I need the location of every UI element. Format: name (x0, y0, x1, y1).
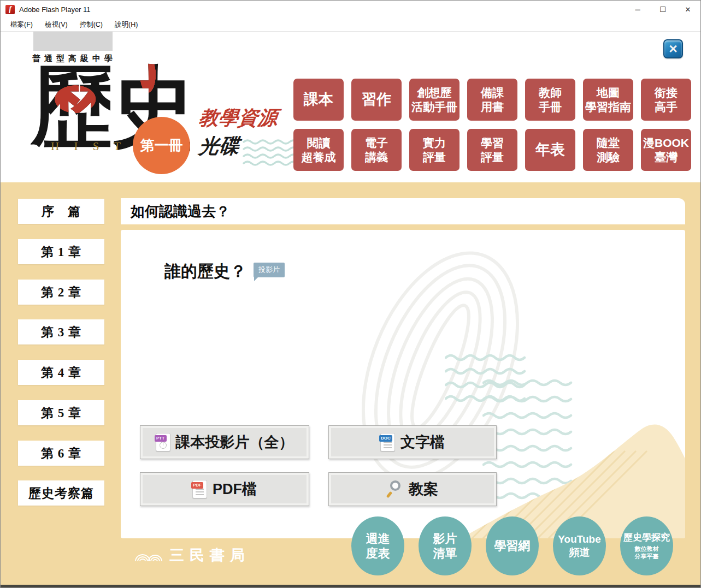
menu-bar: 檔案(F) 檢視(V) 控制(C) 說明(H) (1, 18, 700, 32)
button-lesson-plan[interactable]: 教案 (328, 472, 497, 506)
resource-ability-assessment[interactable]: 實力 評量 (409, 129, 460, 171)
resource-bridging-expert[interactable]: 銜接 高手 (641, 79, 691, 121)
sidebar-item-field-study[interactable]: 歷史考察篇 (18, 480, 104, 506)
title-bar: f Adobe Flash Player 11 ─ ☐ ✕ (1, 1, 700, 18)
magnifier-icon (387, 480, 403, 498)
resource-quiz[interactable]: 隨堂 測驗 (583, 129, 633, 171)
chapter-title-bar: 如何認識過去？ (121, 198, 685, 224)
window-title: Adobe Flash Player 11 (19, 5, 91, 14)
quick-link-video-list[interactable]: 影片 清單 (419, 516, 472, 575)
publisher-name: 三民書局 (169, 545, 250, 565)
resource-map-study-guide[interactable]: 地圖 學習指南 (583, 79, 633, 121)
sidebar-item-chapter-1[interactable]: 第 1 章 (18, 239, 104, 264)
resource-lesson-prep-book[interactable]: 備課 用書 (467, 79, 517, 121)
top-banner: 普通型高級中學 ✕ 歷史 H I S T O R Y 第一冊 教學資源 光碟 課… (1, 32, 700, 182)
close-button[interactable]: ✕ (675, 1, 700, 18)
sidebar-item-chapter-3[interactable]: 第 3 章 (18, 319, 104, 345)
button-label: 課本投影片（全） (176, 432, 294, 452)
quick-link-sublabel: 數位教材 分享平臺 (635, 545, 659, 561)
flash-player-window: f Adobe Flash Player 11 ─ ☐ ✕ 檔案(F) 檢視(V… (0, 0, 701, 588)
window-controls: ─ ☐ ✕ (625, 1, 700, 18)
button-text-file[interactable]: DOC 文字檔 (328, 425, 497, 459)
button-label: PDF檔 (213, 479, 257, 499)
quick-link-weekly-schedule[interactable]: 週進 度表 (351, 516, 404, 575)
minimize-button[interactable]: ─ (625, 1, 650, 18)
button-label: 教案 (409, 479, 438, 499)
chapter-title: 如何認識過去？ (131, 202, 230, 221)
resource-textbook[interactable]: 課本 (293, 79, 344, 121)
ppt-chart-glyph (160, 442, 167, 449)
publisher-logo: 三民書局 (134, 545, 250, 565)
quick-link-label: 歷史學探究 (623, 532, 670, 543)
main-area: 序 篇 第 1 章 第 2 章 第 3 章 第 4 章 第 5 章 第 6 章 … (1, 182, 700, 585)
doc-lines-glyph (384, 442, 392, 448)
resource-buttons: 課本 習作 創想歷 活動手冊 備課 用書 教師 手冊 地圖 學習指南 銜接 高手… (293, 79, 691, 171)
sidebar-item-prologue[interactable]: 序 篇 (18, 199, 104, 224)
menu-file[interactable]: 檔案(F) (5, 19, 38, 31)
button-pdf-file[interactable]: PDF PDF檔 (140, 472, 309, 506)
maximize-button[interactable]: ☐ (650, 1, 675, 18)
sidebar-item-chapter-5[interactable]: 第 5 章 (18, 400, 104, 425)
slides-tag: 投影片 (254, 263, 285, 277)
doc-band: DOC (379, 435, 392, 442)
sidebar-item-chapter-6[interactable]: 第 6 章 (18, 441, 104, 466)
resource-activity-handbook[interactable]: 創想歷 活動手冊 (409, 79, 460, 121)
pdf-lines-glyph (196, 489, 204, 495)
menu-control[interactable]: 控制(C) (74, 19, 108, 31)
quick-link-history-inquiry[interactable]: 歷史學探究 數位教材 分享平臺 (620, 516, 673, 575)
app-close-button[interactable]: ✕ (663, 39, 683, 58)
resource-workbook[interactable]: 習作 (351, 79, 402, 121)
menu-view[interactable]: 檢視(V) (39, 19, 73, 31)
title-char-li: 歷 (31, 63, 110, 151)
pdf-file-icon: PDF (192, 480, 207, 498)
resource-teacher-manual[interactable]: 教師 手冊 (525, 79, 575, 121)
volume-badge: 第一冊 (133, 117, 190, 174)
button-textbook-slides-all[interactable]: PTT 課本投影片（全） (140, 425, 309, 459)
flash-icon: f (5, 5, 15, 14)
background-taskbar-edge (1, 585, 700, 587)
publisher-logo-redacted (33, 32, 113, 51)
resource-e-lecture-notes[interactable]: 電子 講義 (351, 129, 402, 171)
resource-comic-book-taiwan[interactable]: 漫BOOK 臺灣 (641, 129, 691, 171)
quick-link-youtube-channel[interactable]: YouTube 頻道 (553, 516, 606, 575)
resource-chronology[interactable]: 年表 (525, 129, 575, 171)
sidebar-item-chapter-2[interactable]: 第 2 章 (18, 280, 104, 305)
tagline-disc: 光碟 (197, 133, 240, 160)
quick-link-learning-site[interactable]: 學習網 (486, 516, 539, 575)
pdf-band: PDF (191, 482, 203, 489)
ppt-file-icon: PTT (156, 433, 170, 452)
tagline-teaching-resources: 教學資源 (197, 105, 279, 132)
menu-help[interactable]: 說明(H) (109, 19, 143, 31)
button-label: 文字檔 (400, 432, 445, 452)
resource-learning-assessment[interactable]: 學習 評量 (467, 129, 517, 171)
ppt-band: PTT (155, 435, 167, 442)
rainbow-arches-icon (134, 548, 164, 562)
quick-link-circles: 週進 度表 影片 清單 學習網 YouTube 頻道 歷史學探究 數位教材 分享… (351, 516, 673, 575)
doc-file-icon: DOC (380, 433, 395, 452)
sidebar-item-chapter-4[interactable]: 第 4 章 (18, 360, 104, 385)
topic-title: 誰的歷史？ (164, 260, 246, 283)
resource-reading-builder[interactable]: 閱讀 超養成 (293, 129, 344, 171)
content-panel: 誰的歷史？ 投影片 PTT 課本投影片（全） DOC 文字檔 PDF (121, 230, 685, 538)
